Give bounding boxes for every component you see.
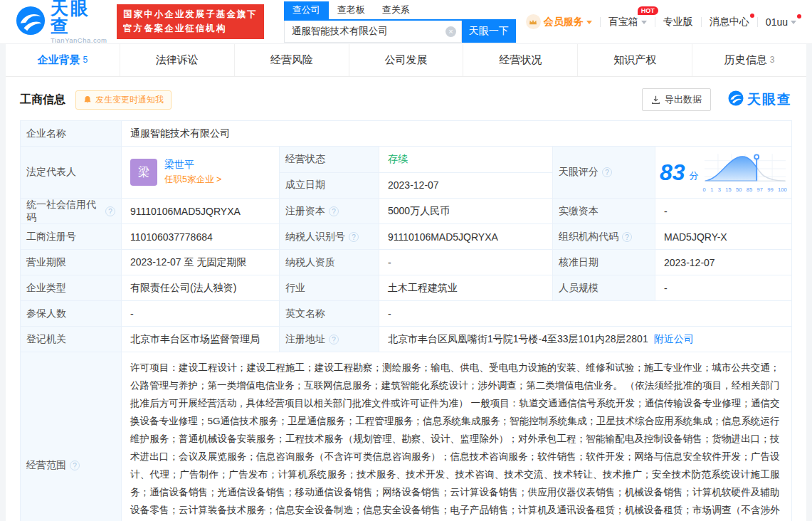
field-approval-date-label: 核准日期	[553, 250, 655, 275]
chevron-down-icon	[586, 21, 592, 24]
divider	[701, 17, 702, 27]
field-taxpayer-quality-label: 纳税人资质	[280, 250, 379, 275]
field-taxpayer-id-value: 91110106MAD5JQRYXA	[379, 224, 553, 250]
score-value: 83	[660, 161, 685, 184]
legal-rep-positions-link[interactable]: 任职5家企业 >	[164, 174, 221, 186]
field-reg-capital-label: 注册资本?	[280, 199, 379, 224]
search-tabs: 查公司 查老板 查关系	[284, 1, 516, 21]
brand-watermark: 天眼查	[728, 90, 792, 109]
tab-intellectual-property[interactable]: 知识产权	[578, 44, 692, 76]
field-status-label: 经营状态	[280, 147, 379, 173]
section-title: 工商信息	[20, 93, 65, 107]
field-address-label: 注册地址?	[280, 327, 379, 352]
search-input[interactable]	[284, 21, 462, 43]
field-staff-label: 人员规模	[553, 275, 655, 301]
nav-member-services[interactable]: 会员服务	[526, 14, 592, 29]
score-chart-axis: 0131550859799100	[703, 186, 787, 193]
help-icon[interactable]: ?	[329, 206, 339, 216]
field-paid-capital-label: 实缴资本	[553, 199, 655, 224]
field-insured-label: 参保人数	[21, 301, 122, 327]
tab-operating-risk[interactable]: 经营风险	[235, 44, 349, 76]
field-credit-code-value: 91110106MAD5JQRYXA	[122, 199, 280, 224]
field-term-value: 2023-12-07 至 无固定期限	[122, 250, 280, 275]
legal-rep-avatar[interactable]: 梁	[130, 159, 157, 186]
tianyancha-swirl-icon	[728, 90, 744, 109]
field-paid-capital-value: -	[655, 199, 792, 224]
field-company-name-value: 通服智能技术有限公司	[122, 121, 792, 147]
field-credit-code-label: 统一社会信用代码?	[21, 199, 122, 224]
nav-toolbox[interactable]: 百宝箱 HOT	[608, 16, 647, 28]
field-staff-value: -	[655, 275, 792, 301]
search-tab-relation[interactable]: 查关系	[374, 1, 418, 19]
field-reg-no-value: 110106037778684	[122, 224, 280, 250]
top-nav: 会员服务 百宝箱 HOT 专业版 消息中心 01uu	[526, 14, 796, 29]
tab-history-info[interactable]: 历史信息3	[692, 44, 806, 76]
help-icon[interactable]: ?	[602, 167, 612, 177]
nav-user-account[interactable]: 01uu	[766, 16, 796, 28]
field-authority-value: 北京市丰台区市场监督管理局	[122, 327, 280, 352]
help-icon[interactable]: ?	[105, 206, 115, 216]
tab-company-background[interactable]: 企业背景5	[6, 44, 120, 76]
tianyancha-swirl-icon	[16, 6, 46, 38]
company-tabs: 企业背景5 法律诉讼 经营风险 公司发展 经营状况 知识产权 历史信息3	[6, 44, 806, 77]
notify-on-change-button[interactable]: 发生变更时通知我	[75, 90, 172, 110]
gov-badge-line1: 国家中小企业发展子基金旗下	[123, 8, 258, 21]
field-english-name-label: 英文名称	[280, 301, 379, 327]
field-address-value: 北京市丰台区凤凰嘴街1号院1号楼-4至33层101内28层2801 附近公司	[379, 327, 792, 352]
help-icon[interactable]: ?	[622, 232, 632, 242]
gov-badge-line2: 官方备案企业征信机构	[123, 22, 258, 36]
legal-rep-name-link[interactable]: 梁世平	[164, 159, 221, 172]
logo-text-cn: 天眼查	[51, 0, 107, 35]
help-icon[interactable]: ?	[329, 335, 339, 344]
score-distribution-chart: 0131550859799100	[703, 152, 787, 193]
crown-icon	[526, 14, 541, 29]
top-header: 天眼查 TianYanCha.com 国家中小企业发展子基金旗下 官方备案企业征…	[0, 0, 812, 44]
field-established-label: 成立日期	[280, 173, 379, 199]
search-clear-icon[interactable]: ×	[445, 26, 456, 37]
notification-dot	[797, 14, 801, 19]
notification-dot	[750, 14, 754, 18]
search-tab-company[interactable]: 查公司	[284, 1, 329, 19]
field-taxpayer-id-label: 纳税人识别号?	[280, 224, 379, 250]
score-unit: 分	[690, 169, 699, 182]
field-industry-label: 行业	[280, 275, 379, 301]
business-info-table: 企业名称 通服智能技术有限公司 法定代表人 梁 梁世平 任职5家企业 > 经营状…	[20, 120, 792, 521]
tianyancha-logo[interactable]: 天眼查 TianYanCha.com	[16, 0, 107, 44]
help-icon[interactable]: ?	[70, 461, 80, 470]
bell-icon	[83, 95, 92, 105]
export-data-button[interactable]: 导出数据	[642, 88, 711, 111]
search-box: 查公司 查老板 查关系 × 天眼一下	[284, 1, 516, 43]
help-icon[interactable]: ?	[349, 232, 359, 242]
chevron-down-icon	[641, 21, 647, 24]
field-approval-date-value: 2023-12-07	[655, 250, 792, 275]
tab-legal-proceedings[interactable]: 法律诉讼	[120, 44, 235, 76]
field-reg-no-label: 工商注册号	[21, 224, 122, 250]
field-english-name-value: -	[379, 301, 792, 327]
download-icon	[651, 95, 660, 105]
nav-message-center[interactable]: 消息中心	[710, 16, 749, 28]
field-insured-value: -	[122, 301, 280, 327]
field-legal-rep-label: 法定代表人	[21, 147, 122, 199]
field-org-code-label: 组织机构代码?	[553, 224, 655, 250]
legal-rep-cell: 梁 梁世平 任职5家企业 >	[122, 147, 280, 199]
field-term-label: 营业期限	[21, 250, 122, 275]
nav-pro-version[interactable]: 专业版	[663, 16, 693, 28]
field-company-name-label: 企业名称	[21, 121, 122, 147]
chevron-down-icon	[791, 21, 796, 24]
section-header: 工商信息 发生变更时通知我 导出数据 天眼查	[6, 77, 806, 120]
nearby-companies-link[interactable]: 附近公司	[654, 333, 694, 346]
field-company-type-value: 有限责任公司(法人独资)	[122, 275, 280, 301]
hot-badge: HOT	[638, 6, 658, 15]
field-company-type-label: 企业类型	[21, 275, 122, 301]
main-content: 企业背景5 法律诉讼 经营风险 公司发展 经营状况 知识产权 历史信息3 工商信…	[6, 44, 806, 521]
score-cell: 83 分	[655, 147, 792, 199]
field-reg-capital-value: 5000万人民币	[379, 199, 553, 224]
tab-company-development[interactable]: 公司发展	[349, 44, 464, 76]
tab-operating-status[interactable]: 经营状况	[463, 44, 578, 76]
divider	[655, 17, 655, 27]
search-button[interactable]: 天眼一下	[462, 21, 516, 43]
field-authority-label: 登记机关	[21, 327, 122, 352]
search-tab-boss[interactable]: 查老板	[329, 1, 374, 19]
logo-text-en: TianYanCha.com	[51, 37, 107, 44]
field-established-value: 2023-12-07	[379, 173, 553, 199]
